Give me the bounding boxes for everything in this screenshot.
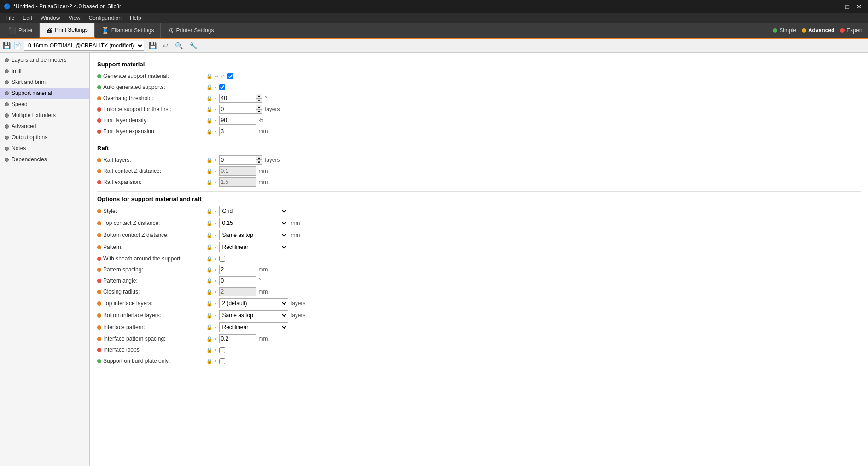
sidebar-item-speed[interactable]: Speed <box>0 99 89 110</box>
input-interface-spacing[interactable] <box>219 334 256 343</box>
input-overhang[interactable] <box>219 94 256 103</box>
overhang-spin-up[interactable]: ▲ <box>256 94 262 98</box>
select-bottom-interface[interactable]: Same as top 0 1 2 <box>219 310 288 320</box>
lock-interface-loops[interactable]: 🔒 <box>206 347 213 353</box>
sidebar-item-support-material[interactable]: Support material <box>0 88 89 99</box>
profile-select[interactable]: 0.16mm OPTIMAL @CREALITY (modified) <box>24 41 144 51</box>
checkbox-generate-support[interactable] <box>227 73 233 79</box>
row-closing-radius: Closing radius: 🔒 • mm <box>97 286 861 297</box>
lock-pattern[interactable]: 🔒 <box>206 244 213 250</box>
lock-build-plate[interactable]: 🔒 <box>206 358 213 364</box>
tab-printer-settings[interactable]: 🖨 Printer Settings <box>161 23 221 38</box>
input-first-density[interactable] <box>219 116 256 125</box>
lock-top-interface[interactable]: 🔒 <box>206 301 213 307</box>
lock-enforce[interactable]: 🔒 <box>206 106 213 112</box>
sidebar-item-notes[interactable]: Notes <box>0 143 89 154</box>
menu-file[interactable]: File <box>2 14 18 22</box>
lock-pattern-spacing[interactable]: 🔒 <box>206 267 213 273</box>
lock-first-density[interactable]: 🔒 <box>206 118 213 124</box>
profile-reset-button[interactable]: ↩ <box>161 41 170 50</box>
tab-filament-settings[interactable]: 🧵 Filament Settings <box>95 23 161 38</box>
mode-advanced[interactable]: Advanced <box>802 27 834 34</box>
output-dot <box>5 136 9 140</box>
notes-dot <box>5 147 9 151</box>
extruders-dot <box>5 113 9 118</box>
menu-view[interactable]: View <box>65 14 84 22</box>
checkbox-auto-generated[interactable] <box>219 84 225 90</box>
menu-edit[interactable]: Edit <box>19 14 36 22</box>
raft-layers-up[interactable]: ▲ <box>256 155 262 160</box>
lock-auto-generated[interactable]: 🔒 <box>206 84 213 90</box>
lock-interface-pattern[interactable]: 🔒 <box>206 324 213 330</box>
input-pattern-angle[interactable] <box>219 276 256 285</box>
profile-search-button[interactable]: 🔍 <box>173 41 185 50</box>
tab-print-settings[interactable]: 🖨 Print Settings <box>40 23 94 38</box>
input-first-expansion[interactable] <box>219 127 256 136</box>
select-style[interactable]: Grid Snug Organic <box>219 206 288 216</box>
minimize-button[interactable]: — <box>829 2 841 11</box>
input-enforce[interactable] <box>219 105 256 114</box>
unit-overhang: ° <box>265 95 268 101</box>
lock-sheath[interactable]: 🔒 <box>206 256 213 262</box>
sidebar-item-layers-perimeters[interactable]: Layers and perimeters <box>0 54 89 65</box>
lock-raft-contact[interactable]: 🔒 <box>206 168 213 174</box>
lock-generate-support[interactable]: 🔒 <box>206 73 213 79</box>
lock-style[interactable]: 🔒 <box>206 208 213 214</box>
checkbox-sheath[interactable] <box>219 256 225 262</box>
overhang-spin-down[interactable]: ▼ <box>256 98 262 103</box>
select-interface-pattern[interactable]: Rectilinear Concentric <box>219 322 288 332</box>
enforce-spin-up[interactable]: ▲ <box>256 105 262 109</box>
lock-bottom-contact[interactable]: 🔒 <box>206 232 213 238</box>
mode-simple[interactable]: Simple <box>773 27 796 34</box>
mode-expert[interactable]: Expert <box>840 27 862 34</box>
select-top-interface[interactable]: 2 (default) 0 1 3 <box>219 298 288 308</box>
tab-printer-label: Printer Settings <box>176 27 214 34</box>
tab-plater[interactable]: ⬛ Plater <box>2 23 40 38</box>
profile-tools-button[interactable]: 🔧 <box>187 41 199 50</box>
row-top-contact-z: Top contact Z distance: 🔒 • 0.15 0 0.1 0… <box>97 217 861 229</box>
sidebar-item-advanced[interactable]: Advanced <box>0 121 89 132</box>
lock-bottom-interface[interactable]: 🔒 <box>206 313 213 319</box>
checkbox-interface-loops[interactable] <box>219 347 225 353</box>
select-pattern[interactable]: Rectilinear Honeycomb Lattice <box>219 242 288 252</box>
lock-closing-radius[interactable]: 🔒 <box>206 289 213 295</box>
maximize-button[interactable]: □ <box>843 2 852 11</box>
lock-overhang[interactable]: 🔒 <box>206 95 213 101</box>
lock-raft-layers[interactable]: 🔒 <box>206 157 213 163</box>
input-raft-expansion[interactable] <box>219 177 256 187</box>
enforce-spin-down[interactable]: ▼ <box>256 109 262 114</box>
input-raft-layers[interactable] <box>219 155 256 165</box>
unit-pattern-angle: ° <box>259 277 261 284</box>
sidebar-item-infill[interactable]: Infill <box>0 65 89 77</box>
input-closing-radius[interactable] <box>219 287 256 296</box>
label-top-interface: Top interface layers: <box>103 300 204 307</box>
menu-help[interactable]: Help <box>126 14 145 22</box>
select-top-contact[interactable]: 0.15 0 0.1 0.2 <box>219 218 288 228</box>
lock-top-contact[interactable]: 🔒 <box>206 220 213 226</box>
label-raft-expansion: Raft expansion: <box>103 179 204 185</box>
save-icon[interactable]: 💾 <box>3 42 11 49</box>
menu-configuration[interactable]: Configuration <box>85 14 125 22</box>
lock-first-expansion[interactable]: 🔒 <box>206 129 213 135</box>
lock-raft-expansion[interactable]: 🔒 <box>206 179 213 185</box>
select-bottom-contact[interactable]: Same as top 0 0.15 <box>219 230 288 240</box>
dot-first-density <box>97 118 101 123</box>
label-interface-loops: Interface loops: <box>103 347 204 353</box>
sidebar-item-multiple-extruders[interactable]: Multiple Extruders <box>0 110 89 121</box>
input-pattern-spacing[interactable] <box>219 265 256 274</box>
lock-pattern-angle[interactable]: 🔒 <box>206 278 213 284</box>
lock-interface-spacing[interactable]: 🔒 <box>206 336 213 342</box>
row-style: Style: 🔒 • Grid Snug Organic <box>97 205 861 217</box>
checkbox-build-plate[interactable] <box>219 358 225 364</box>
sidebar-item-skirt-brim[interactable]: Skirt and brim <box>0 77 89 88</box>
dot-build-plate <box>97 359 101 363</box>
raft-layers-down[interactable]: ▼ <box>256 160 262 165</box>
input-raft-contact[interactable] <box>219 166 256 176</box>
close-button[interactable]: ✕ <box>854 2 864 11</box>
sidebar-item-output-options[interactable]: Output options <box>0 132 89 143</box>
profile-save-button[interactable]: 💾 <box>147 41 158 50</box>
row-sheath: With sheath around the support: 🔒 • <box>97 253 861 264</box>
sidebar-item-dependencies[interactable]: Dependencies <box>0 154 89 165</box>
title-bar-left: 🔵 *Untitled - PrusaSlicer-2.4.0 based on… <box>4 3 121 10</box>
menu-window[interactable]: Window <box>37 14 64 22</box>
